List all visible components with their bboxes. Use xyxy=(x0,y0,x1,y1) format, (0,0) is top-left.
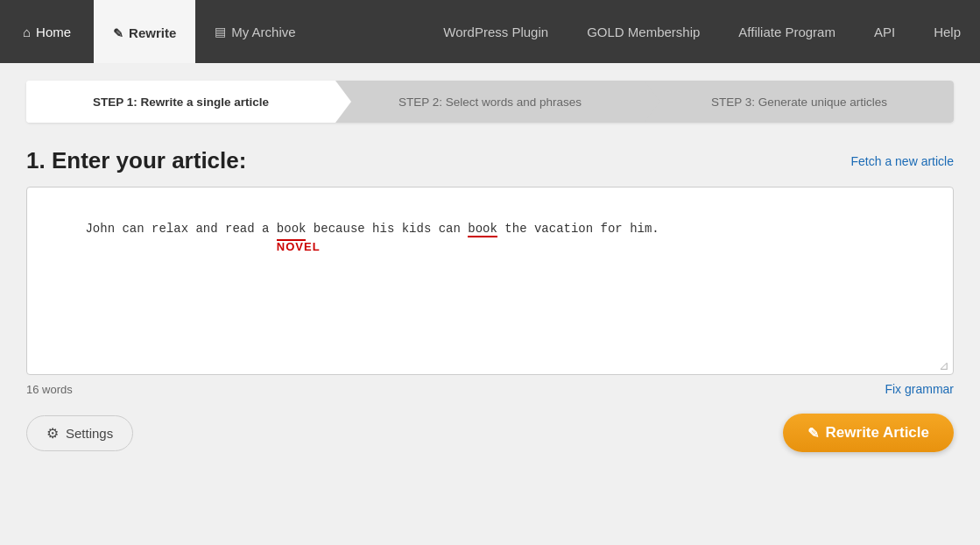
nav-affiliate[interactable]: Affiliate Program xyxy=(719,0,855,63)
bottom-bar: ⚙ Settings ✎ Rewrite Article xyxy=(26,414,954,452)
step-2-label: STEP 2: Select words and phrases xyxy=(398,96,582,109)
nav-spacer xyxy=(315,0,425,63)
textarea-footer: 16 words Fix grammar xyxy=(26,382,954,396)
settings-button[interactable]: ⚙ Settings xyxy=(26,415,133,451)
steps-bar: STEP 1: Rewrite a single article STEP 2:… xyxy=(26,81,954,123)
nav-home[interactable]: ⌂ Home xyxy=(0,0,94,63)
pencil-rewrite-icon: ✎ xyxy=(807,425,819,442)
nav-home-label: Home xyxy=(36,25,71,39)
gear-icon: ⚙ xyxy=(46,425,59,442)
fetch-new-article-link[interactable]: Fetch a new article xyxy=(851,154,955,168)
nav-rewrite-label: Rewrite xyxy=(129,25,176,40)
tooltip-novel: NOVEL xyxy=(277,238,321,257)
step-1-arrow xyxy=(335,81,351,123)
fix-grammar-link[interactable]: Fix grammar xyxy=(885,382,954,396)
step-2-arrow xyxy=(645,81,660,123)
nav-gold-label: GOLD Membership xyxy=(587,25,700,39)
nav-affiliate-label: Affiliate Program xyxy=(738,25,835,39)
nav-rewrite[interactable]: ✎ Rewrite xyxy=(94,0,195,63)
highlighted-word-book2: book xyxy=(468,222,497,237)
nav-archive-label: My Archive xyxy=(231,25,295,39)
text-end: the vacation for him. xyxy=(497,222,659,236)
settings-label: Settings xyxy=(66,426,113,441)
nav-api-label: API xyxy=(874,25,895,39)
nav-archive[interactable]: ▤ My Archive xyxy=(195,0,314,63)
article-content[interactable]: John can relax and read a bookNOVEL beca… xyxy=(41,200,939,260)
nav-wordpress[interactable]: WordPress Plugin xyxy=(424,0,568,63)
book-word: book xyxy=(277,222,307,236)
home-icon: ⌂ xyxy=(23,25,31,39)
nav-help-label: Help xyxy=(934,25,961,39)
nav-bar: ⌂ Home ✎ Rewrite ▤ My Archive WordPress … xyxy=(0,0,980,63)
pencil-icon: ✎ xyxy=(113,26,123,40)
article-header: 1. Enter your article: Fetch a new artic… xyxy=(26,147,954,174)
nav-gold[interactable]: GOLD Membership xyxy=(568,0,719,63)
step-2[interactable]: STEP 2: Select words and phrases xyxy=(335,81,645,123)
text-before-book1: John can relax and read a xyxy=(85,222,276,236)
resize-handle[interactable]: ⊿ xyxy=(939,360,949,371)
step-3[interactable]: STEP 3: Generate unique articles xyxy=(645,81,954,123)
highlighted-word-book: bookNOVEL xyxy=(277,219,307,240)
article-heading: 1. Enter your article: xyxy=(26,147,246,174)
step-1[interactable]: STEP 1: Rewrite a single article xyxy=(26,81,335,123)
main-content: STEP 1: Rewrite a single article STEP 2:… xyxy=(0,63,980,545)
text-after-book1: because his kids can xyxy=(306,222,468,236)
rewrite-article-button[interactable]: ✎ Rewrite Article xyxy=(783,414,954,452)
nav-api[interactable]: API xyxy=(855,0,914,63)
step-3-label: STEP 3: Generate unique articles xyxy=(711,96,887,109)
article-textarea-wrapper[interactable]: John can relax and read a bookNOVEL beca… xyxy=(26,187,954,375)
nav-wordpress-label: WordPress Plugin xyxy=(443,25,548,39)
nav-help[interactable]: Help xyxy=(914,0,980,63)
word-count: 16 words xyxy=(26,383,73,396)
archive-icon: ▤ xyxy=(215,25,226,39)
step-1-label: STEP 1: Rewrite a single article xyxy=(93,96,269,109)
rewrite-article-label: Rewrite Article xyxy=(826,424,929,442)
